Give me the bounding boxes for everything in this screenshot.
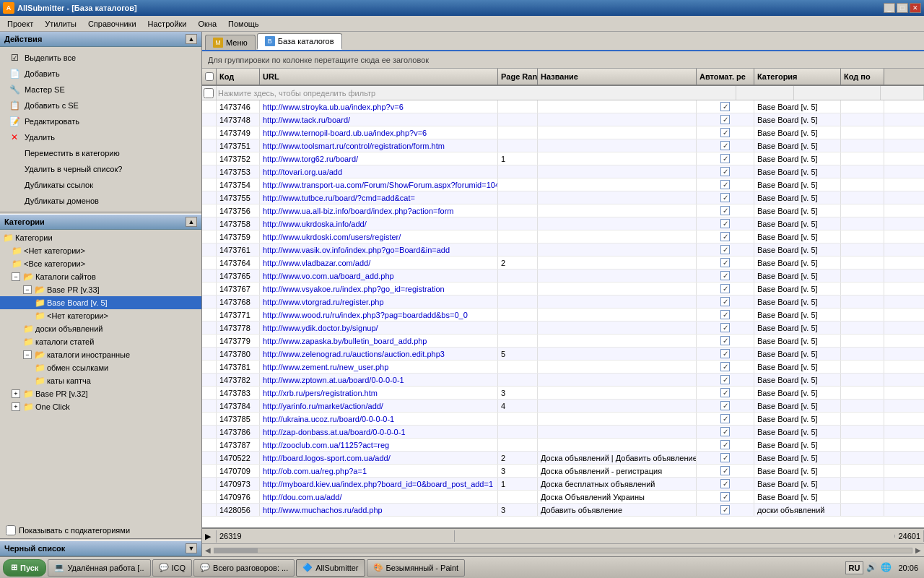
tree-item-base-pr-33[interactable]: − 📂 Base PR [v.33] [0, 283, 201, 296]
header-code2[interactable]: Код по [841, 69, 884, 85]
table-row[interactable]: 1470709 http://ob.com.ua/reg.php?a=1 3 Д… [202, 465, 924, 478]
table-row[interactable]: 1473779 http://www.zapaska.by/bulletin_b… [202, 335, 924, 348]
table-row[interactable]: 1473751 http://www.toolsmart.ru/control/… [202, 139, 924, 152]
table-row[interactable]: 1470522 http://board.logos-sport.com.ua/… [202, 452, 924, 465]
show-subcategories-checkbox[interactable] [6, 525, 16, 535]
grid-body[interactable]: 1473746 http://www.stroyka.ub.ua/index.p… [202, 100, 924, 527]
table-row[interactable]: 1473767 http://www.vsyakoe.ru/index.php?… [202, 282, 924, 296]
menu-utility[interactable]: Утилиты [39, 18, 82, 30]
table-row[interactable]: 1473755 http://www.tutbce.ru/board/?cmd=… [202, 191, 924, 204]
tree-item-all-categories[interactable]: 📁 <Все категории> [0, 257, 201, 270]
blacklist-collapse-button[interactable]: ▼ [186, 543, 197, 553]
table-row[interactable]: 1473786 http://zap-donbass.at.ua/board/0… [202, 426, 924, 439]
expand-icon[interactable]: + [12, 389, 20, 398]
action-master-se[interactable]: 🔧 Мастер SE [0, 82, 201, 98]
table-row[interactable]: 1473784 http://yarinfo.ru/market/action/… [202, 400, 924, 413]
row-url: http://www.ukrdoski.com/users/register/ [260, 230, 498, 243]
table-row[interactable]: 1470976 http://dou.com.ua/add/ Доска Объ… [202, 491, 924, 504]
table-row[interactable]: 1473768 http://www.vtorgrad.ru/register.… [202, 296, 924, 309]
header-auto[interactable]: Автомат. ре [697, 69, 754, 85]
taskbar-remote[interactable]: 💻 Удалённая работа [.. [48, 559, 150, 577]
scroll-track[interactable] [214, 548, 912, 553]
table-row[interactable]: 1473746 http://www.stroyka.ub.ua/index.p… [202, 100, 924, 113]
table-row[interactable]: 1473782 http://www.zptown.at.ua/board/0-… [202, 374, 924, 387]
table-row[interactable]: 1473753 http://tovari.org.ua/add ✓ Base … [202, 165, 924, 178]
table-row[interactable]: 1473781 http://www.zement.ru/new_user.ph… [202, 361, 924, 374]
header-pagerank[interactable]: Page Rank [498, 69, 538, 85]
horizontal-scrollbar[interactable]: ◀ ▶ [202, 543, 924, 556]
header-name[interactable]: Название [538, 69, 697, 85]
table-row[interactable]: 1473764 http://www.vladbazar.com/add/ 2 … [202, 256, 924, 269]
minimize-button[interactable]: _ [884, 3, 895, 13]
header-category[interactable]: Категория [754, 69, 841, 85]
table-row[interactable]: 1473783 http://xrb.ru/pers/registration.… [202, 387, 924, 400]
expand-icon[interactable]: − [23, 285, 32, 294]
action-move-category[interactable]: Переместить в категорию [0, 145, 201, 161]
table-row[interactable]: 1473765 http://www.vo.com.ua/board_add.p… [202, 269, 924, 282]
expand-icon[interactable]: − [12, 272, 20, 281]
tree-item-base-board[interactable]: 📁 Base Board [v. 5] [0, 296, 201, 309]
tree-item-kategorii[interactable]: 📁 Категории [0, 231, 201, 244]
table-row[interactable]: 1473752 http://www.torg62.ru/board/ 1 ✓ … [202, 152, 924, 165]
start-button[interactable]: ⊞ Пуск [3, 559, 46, 577]
action-blacklist[interactable]: Удалить в черный список? [0, 161, 201, 177]
select-all-checkbox[interactable] [205, 72, 214, 81]
tab-database[interactable]: B База каталогов [257, 33, 342, 50]
action-dup-domains[interactable]: Дубликаты доменов [0, 193, 201, 209]
menu-references[interactable]: Справочники [82, 18, 142, 30]
table-row[interactable]: 1473754 http://www.transport-ua.com/Foru… [202, 178, 924, 191]
tree-item-no-category[interactable]: 📁 <Нет категории> [0, 244, 201, 257]
table-row[interactable]: 1473748 http://www.tack.ru/board/ ✓ Base… [202, 113, 924, 126]
menu-help[interactable]: Помощь [222, 18, 265, 30]
action-dup-links[interactable]: Дубликаты ссылок [0, 177, 201, 193]
tree-item-obmen[interactable]: 📁 обмен ссылками [0, 361, 201, 374]
tree-item-katy[interactable]: 📁 каты каптча [0, 374, 201, 387]
categories-collapse-button[interactable]: ▲ [186, 217, 197, 227]
action-delete[interactable]: ✕ Удалить [0, 129, 201, 145]
table-row[interactable]: 1473771 http://www.wood.ru/ru/index.php3… [202, 309, 924, 322]
table-row[interactable]: 1473759 http://www.ukrdoski.com/users/re… [202, 230, 924, 243]
menu-windows[interactable]: Окна [193, 18, 223, 30]
taskbar-allsubmitter[interactable]: 🔷 AllSubmitter [296, 559, 365, 577]
expand-icon[interactable]: + [12, 402, 20, 411]
tab-menu[interactable]: M Меню [205, 35, 256, 50]
taskbar-paint[interactable]: 🎨 Безымянный - Paint [367, 559, 466, 577]
table-row[interactable]: 1470973 http://myboard.kiev.ua/index.php… [202, 478, 924, 491]
expand-icon[interactable]: − [23, 350, 32, 359]
table-row[interactable]: 1473780 http://www.zelenograd.ru/auction… [202, 348, 924, 361]
table-row[interactable]: 1473749 http://www.ternopil-board.ub.ua/… [202, 126, 924, 139]
table-row[interactable]: 1473778 http://www.ydik.doctor.by/signup… [202, 322, 924, 335]
table-row[interactable]: 1473756 http://www.ua.all-biz.info/board… [202, 204, 924, 217]
filter-text-cell[interactable]: Нажмите здесь, чтобы определить фильтр [217, 86, 736, 100]
action-add[interactable]: 📄 Добавить [0, 66, 201, 82]
table-row[interactable]: 1473761 http://www.vasik.ov.info/index.p… [202, 243, 924, 256]
menu-proekt[interactable]: Проект [1, 18, 39, 30]
tree-item-one-click[interactable]: + 📁 One Click [0, 400, 201, 413]
action-select-all[interactable]: ☑ Выделить все [0, 50, 201, 66]
taskbar-conversations[interactable]: 💬 Всего разговоров: ... [193, 559, 295, 577]
tree-item-doski[interactable]: 📁 доски объявлений [0, 322, 201, 335]
close-button[interactable]: ✕ [910, 3, 921, 13]
header-select-all[interactable] [202, 69, 217, 85]
lang-indicator[interactable]: RU [845, 561, 864, 574]
tree-item-no-category-2[interactable]: 📁 <Нет категории> [0, 309, 201, 322]
filter-row[interactable]: Нажмите здесь, чтобы определить фильтр [202, 86, 924, 100]
tree-item-kataloги-inostr[interactable]: − 📂 каталоги иностранные [0, 348, 201, 361]
header-code[interactable]: Код [217, 69, 260, 85]
menu-settings[interactable]: Настройки [142, 18, 193, 30]
maximize-button[interactable]: □ [897, 3, 908, 13]
taskbar-icq[interactable]: 💬 ICQ [152, 559, 193, 577]
table-row[interactable]: 1428056 http://www.muchachos.ru/add.php … [202, 504, 924, 517]
header-url[interactable]: URL [260, 69, 498, 85]
table-row[interactable]: 1473758 http://www.ukrdoska.info/add/ ✓ … [202, 217, 924, 230]
tree-item-base-pr-32[interactable]: + 📁 Base PR [v.32] [0, 387, 201, 400]
tree-item-kataloги-statej[interactable]: 📁 каталоги статей [0, 335, 201, 348]
table-row[interactable]: 1473785 http://ukraina.ucoz.ru/board/0-0… [202, 413, 924, 426]
action-edit[interactable]: 📝 Редактировать [0, 113, 201, 129]
action-add-se[interactable]: 📋 Добавить с SE [0, 98, 201, 113]
scroll-thumb[interactable] [214, 548, 258, 553]
actions-collapse-button[interactable]: ▲ [186, 34, 197, 44]
tree-item-kataloги-сайтов[interactable]: − 📂 Каталоги сайтов [0, 270, 201, 283]
filter-checkbox[interactable] [204, 88, 214, 98]
table-row[interactable]: 1473787 http://zooclub.com.ua/1125?act=r… [202, 439, 924, 452]
